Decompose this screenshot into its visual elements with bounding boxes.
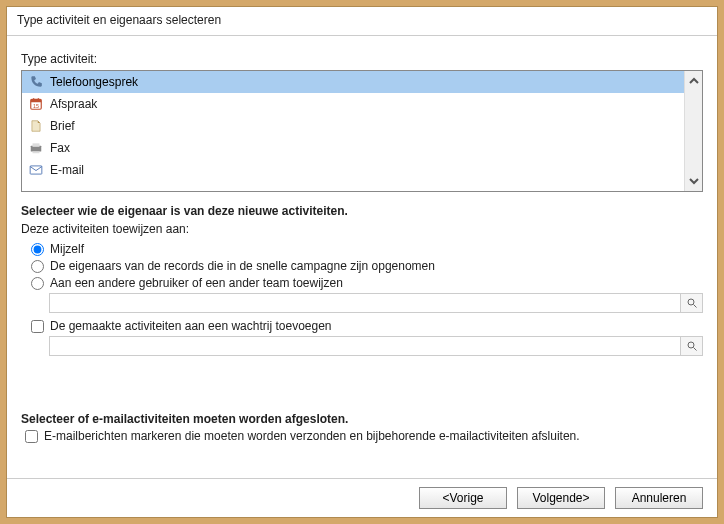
window-title: Type activiteit en eigenaars selecteren bbox=[17, 13, 221, 27]
radio-record-owners[interactable]: De eigenaars van de records die in de sn… bbox=[31, 259, 703, 273]
svg-rect-8 bbox=[30, 166, 42, 174]
list-item-label: Afspraak bbox=[50, 97, 97, 111]
svg-text:15: 15 bbox=[33, 103, 39, 109]
svg-rect-3 bbox=[38, 98, 39, 100]
queue-lookup-input[interactable] bbox=[50, 337, 680, 355]
email-section-title: Selecteer of e-mailactiviteiten moeten w… bbox=[21, 412, 703, 426]
svg-line-10 bbox=[693, 305, 696, 308]
list-item-label: E-mail bbox=[50, 163, 84, 177]
svg-rect-2 bbox=[33, 98, 34, 100]
content-area: Type activiteit: Telefoongesprek 15 Afsp… bbox=[7, 36, 717, 478]
wizard-footer: <Vorige Volgende> Annuleren bbox=[7, 478, 717, 517]
cancel-button[interactable]: Annuleren bbox=[615, 487, 703, 509]
wizard-window: Type activiteit en eigenaars selecteren … bbox=[6, 6, 718, 518]
list-item[interactable]: E-mail bbox=[22, 159, 684, 181]
lookup-icon[interactable] bbox=[680, 294, 702, 312]
checkbox-queue-label: De gemaakte activiteiten aan een wachtri… bbox=[50, 319, 332, 333]
checkbox-queue[interactable]: De gemaakte activiteiten aan een wachtri… bbox=[31, 319, 703, 333]
type-activity-label: Type activiteit: bbox=[21, 52, 703, 66]
checkbox-email-close[interactable]: E-mailberichten markeren die moeten word… bbox=[25, 429, 703, 443]
radio-other-user-input[interactable] bbox=[31, 277, 44, 290]
svg-rect-6 bbox=[33, 143, 40, 147]
radio-record-owners-input[interactable] bbox=[31, 260, 44, 273]
calendar-icon: 15 bbox=[28, 96, 44, 112]
other-user-lookup bbox=[49, 293, 703, 313]
radio-other-user[interactable]: Aan een andere gebruiker of een ander te… bbox=[31, 276, 703, 290]
svg-line-12 bbox=[693, 348, 696, 351]
email-section: Selecteer of e-mailactiviteiten moeten w… bbox=[21, 412, 703, 443]
activity-type-list[interactable]: Telefoongesprek 15 Afspraak Brief bbox=[22, 71, 684, 191]
svg-rect-1 bbox=[31, 99, 42, 102]
radio-other-user-label: Aan een andere gebruiker of een ander te… bbox=[50, 276, 343, 290]
chevron-down-icon[interactable] bbox=[686, 173, 702, 189]
fax-icon bbox=[28, 140, 44, 156]
owner-section-subtitle: Deze activiteiten toewijzen aan: bbox=[21, 222, 703, 236]
mail-icon bbox=[28, 162, 44, 178]
checkbox-email-close-input[interactable] bbox=[25, 430, 38, 443]
svg-rect-7 bbox=[33, 152, 40, 154]
titlebar: Type activiteit en eigenaars selecteren bbox=[7, 7, 717, 36]
radio-myself-input[interactable] bbox=[31, 243, 44, 256]
list-item[interactable]: 15 Afspraak bbox=[22, 93, 684, 115]
phone-icon bbox=[28, 74, 44, 90]
listbox-scrollbar[interactable] bbox=[684, 71, 702, 191]
activity-type-listbox: Telefoongesprek 15 Afspraak Brief bbox=[21, 70, 703, 192]
svg-point-9 bbox=[688, 299, 694, 305]
list-item[interactable]: Telefoongesprek bbox=[22, 71, 684, 93]
queue-lookup bbox=[49, 336, 703, 356]
back-button[interactable]: <Vorige bbox=[419, 487, 507, 509]
next-button[interactable]: Volgende> bbox=[517, 487, 605, 509]
chevron-up-icon[interactable] bbox=[686, 73, 702, 89]
radio-myself[interactable]: Mijzelf bbox=[31, 242, 703, 256]
list-item[interactable]: Brief bbox=[22, 115, 684, 137]
list-item-label: Brief bbox=[50, 119, 75, 133]
radio-record-owners-label: De eigenaars van de records die in de sn… bbox=[50, 259, 435, 273]
owner-section-title: Selecteer wie de eigenaar is van deze ni… bbox=[21, 204, 703, 218]
other-user-lookup-input[interactable] bbox=[50, 294, 680, 312]
svg-point-11 bbox=[688, 342, 694, 348]
letter-icon bbox=[28, 118, 44, 134]
checkbox-email-close-label: E-mailberichten markeren die moeten word… bbox=[44, 429, 580, 443]
list-item[interactable]: Fax bbox=[22, 137, 684, 159]
list-item-label: Fax bbox=[50, 141, 70, 155]
radio-myself-label: Mijzelf bbox=[50, 242, 84, 256]
lookup-icon[interactable] bbox=[680, 337, 702, 355]
list-item-label: Telefoongesprek bbox=[50, 75, 138, 89]
checkbox-queue-input[interactable] bbox=[31, 320, 44, 333]
